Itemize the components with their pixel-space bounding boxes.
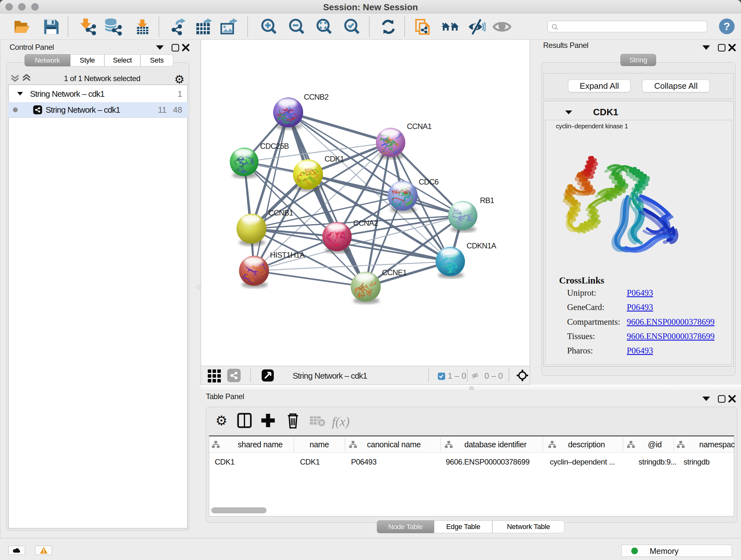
svg-text:CDK1: CDK1 xyxy=(325,154,344,163)
svg-text:CCNE1: CCNE1 xyxy=(382,268,407,277)
svg-text:stringdb:9...: stringdb:9... xyxy=(638,457,677,466)
svg-text:CCNA2: CCNA2 xyxy=(353,219,378,227)
svg-text:9606.ENSP00000378699: 9606.ENSP00000378699 xyxy=(627,317,715,327)
svg-text:CDKN1A: CDKN1A xyxy=(467,241,496,250)
svg-text:9606.ENSP00000378699: 9606.ENSP00000378699 xyxy=(446,457,529,466)
svg-text:name: name xyxy=(310,440,329,449)
svg-text:CDC25B: CDC25B xyxy=(260,142,289,150)
svg-text:RB1: RB1 xyxy=(480,196,494,205)
svg-text:GeneCard:: GeneCard: xyxy=(567,302,604,312)
svg-text:canonical name: canonical name xyxy=(367,440,421,449)
svg-text:1: 1 xyxy=(178,89,182,99)
svg-text:⚙: ⚙ xyxy=(215,413,227,428)
svg-text:CDK1: CDK1 xyxy=(215,457,234,466)
svg-text:P06493: P06493 xyxy=(627,346,653,355)
svg-text:CCNB2: CCNB2 xyxy=(304,92,329,101)
svg-text:namespac: namespac xyxy=(699,440,735,449)
svg-text:database identifier: database identifier xyxy=(464,440,527,449)
svg-text:P06493: P06493 xyxy=(627,288,653,298)
svg-text:CCNA1: CCNA1 xyxy=(407,122,432,131)
svg-text:String Network – cdk1: String Network – cdk1 xyxy=(46,105,120,115)
svg-text:1 – 0: 1 – 0 xyxy=(448,371,466,381)
svg-text:Compartments:: Compartments: xyxy=(567,317,620,327)
svg-text:stringdb: stringdb xyxy=(684,457,710,466)
svg-text:P06493: P06493 xyxy=(627,302,653,312)
svg-text:CDC6: CDC6 xyxy=(419,178,439,186)
svg-text:String Network – cdk1: String Network – cdk1 xyxy=(293,371,367,381)
svg-text:CCNB1: CCNB1 xyxy=(268,208,293,217)
svg-text:f(x): f(x) xyxy=(332,415,350,429)
svg-text:cyclin–dependent kinase 1: cyclin–dependent kinase 1 xyxy=(556,123,628,130)
svg-text:cyclin–dependent ...: cyclin–dependent ... xyxy=(550,457,615,466)
svg-text:description: description xyxy=(568,440,605,449)
svg-text:P06493: P06493 xyxy=(351,457,377,466)
svg-text:@id: @id xyxy=(648,440,662,449)
svg-text:String Network – cdk1: String Network – cdk1 xyxy=(30,89,105,99)
svg-text:shared name: shared name xyxy=(238,440,282,449)
svg-text:CDK1: CDK1 xyxy=(300,457,320,466)
svg-text:Pharos:: Pharos: xyxy=(567,346,593,355)
svg-text:Uniprot:: Uniprot: xyxy=(567,288,596,298)
svg-text:48: 48 xyxy=(173,105,182,115)
svg-text:HIST1H1A: HIST1H1A xyxy=(270,251,305,259)
svg-text:9606.ENSP00000378699: 9606.ENSP00000378699 xyxy=(627,331,715,341)
svg-text:Tissues:: Tissues: xyxy=(567,331,595,341)
svg-text:11: 11 xyxy=(158,105,166,115)
svg-text:0 – 0: 0 – 0 xyxy=(484,371,503,381)
svg-text:CDK1: CDK1 xyxy=(593,107,618,117)
